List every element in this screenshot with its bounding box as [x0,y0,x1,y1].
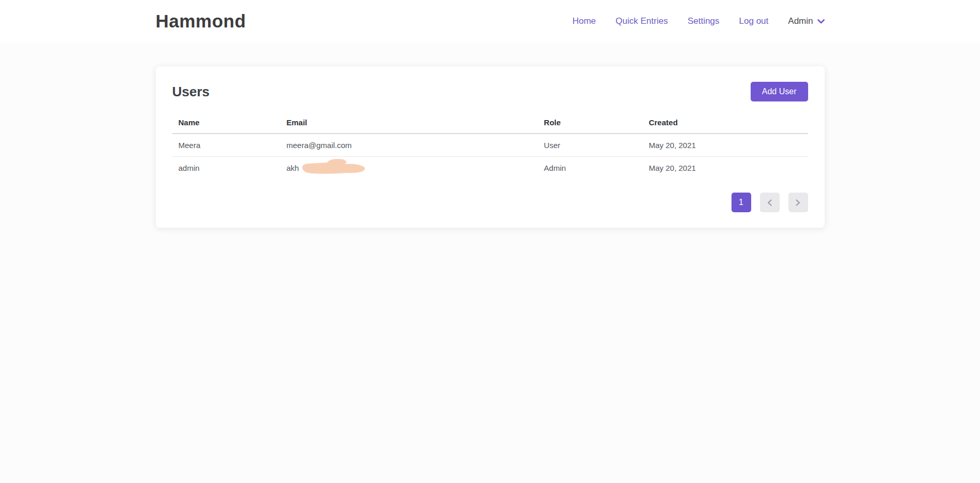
pagination: 1 [172,193,808,212]
cell-email: meera@gmail.com [280,134,537,157]
page-button-1[interactable]: 1 [732,193,751,212]
main-nav: Home Quick Entries Settings Log out Admi… [573,16,825,26]
cell-name: Meera [172,134,281,157]
nav-link-settings[interactable]: Settings [688,16,719,26]
cell-email: akh [280,157,537,180]
chevron-right-icon [796,199,800,206]
brand-logo[interactable]: Hammond [156,11,246,32]
chevron-left-icon [767,199,772,206]
table-header-row: Name Email Role Created [172,113,808,134]
column-header-email: Email [280,113,537,134]
user-menu-label: Admin [788,16,813,26]
user-menu-dropdown[interactable]: Admin [788,16,824,26]
cell-name: admin [172,157,281,180]
column-header-created: Created [642,113,808,134]
nav-link-home[interactable]: Home [573,16,596,26]
users-card: Users Add User Name Email Role Created M… [156,66,825,228]
chevron-down-icon [817,19,825,24]
page-title: Users [172,84,210,100]
next-page-button[interactable] [788,193,808,212]
cell-role: User [538,134,643,157]
top-header: Hammond Home Quick Entries Settings Log … [0,0,980,42]
column-header-role: Role [538,113,643,134]
column-header-name: Name [172,113,281,134]
users-table: Name Email Role Created Meera meera@gmai… [172,113,808,179]
nav-link-quick-entries[interactable]: Quick Entries [616,16,668,26]
add-user-button[interactable]: Add User [751,82,808,101]
nav-link-logout[interactable]: Log out [739,16,769,26]
cell-created: May 20, 2021 [642,134,808,157]
email-text-partial: akh [286,164,299,172]
cell-role: Admin [538,157,643,180]
table-row: admin akh Admin May 20, 2021 [172,157,808,180]
cell-created: May 20, 2021 [642,157,808,180]
prev-page-button[interactable] [760,193,780,212]
table-row: Meera meera@gmail.com User May 20, 2021 [172,134,808,157]
main-content: Users Add User Name Email Role Created M… [0,42,980,228]
email-redaction-scribble [297,158,371,177]
